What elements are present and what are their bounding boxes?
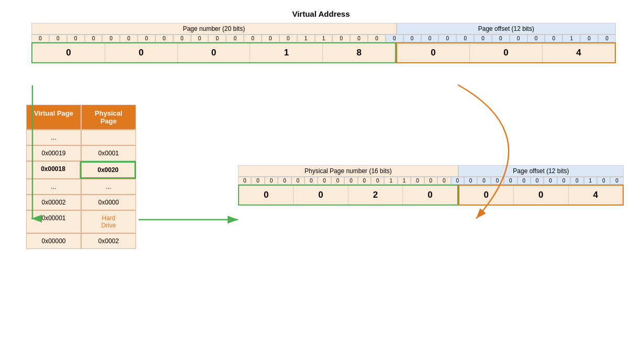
table-row-highlighted: 0x00018 0x0020: [26, 161, 136, 179]
phys-ppo-bit-1: 0: [464, 177, 477, 185]
bit-po-5: 0: [474, 35, 492, 42]
phys-ppo-hex-1: 0: [514, 186, 568, 204]
pt-cell-vp-19: 0x00019: [26, 145, 81, 161]
va-pn-hex-3: 1: [250, 43, 323, 62]
phys-ppo-bit-6: 0: [531, 177, 544, 185]
bit-po-12: 0: [598, 35, 616, 42]
va-hex-row: 0 0 0 1 8 0 0 4: [31, 42, 616, 63]
phys-ppn-hex-group: 0 0 2 0: [238, 185, 458, 206]
phys-ppo-bit-9: 0: [570, 177, 583, 185]
phys-ppn-hex-1: 0: [294, 186, 348, 204]
va-pn-hex-0: 0: [32, 43, 105, 62]
table-row: ... ...: [26, 179, 136, 195]
pt-cell-vp-2: 0x00002: [26, 195, 81, 210]
pt-cell-vp-0: 0x00000: [26, 233, 81, 249]
phys-ppo-bit-7: 0: [544, 177, 557, 185]
bit-pn-10: 0: [208, 35, 226, 42]
bit-pn-9: 0: [191, 35, 209, 42]
bit-po-0: 0: [386, 35, 403, 42]
pt-cell-pp-2: 0x0000: [81, 195, 136, 210]
phys-bits-row: 0 0 0 0 0 0 0 0 0 0 0 1 1 0 0 0 0 0 0 0 …: [238, 177, 624, 185]
bit-pn-17: 0: [332, 35, 350, 42]
phys-ppo-bit-4: 0: [504, 177, 517, 185]
phys-ppn-bit-15: 0: [437, 177, 450, 185]
phys-ppo-bit-8: 0: [557, 177, 570, 185]
physical-address-section: Physical Page number (16 bits) Page offs…: [238, 165, 624, 206]
page-number-label: Page number (20 bits): [31, 23, 397, 35]
phys-ppn-bit-10: 0: [371, 177, 384, 185]
phys-ppn-bit-9: 0: [358, 177, 371, 185]
phys-ppn-bit-1: 0: [251, 177, 264, 185]
bit-pn-19: 0: [368, 35, 386, 42]
phys-ppo-hex-2: 4: [569, 186, 623, 204]
table-row: 0x00019 0x0001: [26, 145, 136, 161]
va-bits-row: 0 0 0 0 0 0 0 0 0 0 0 0 0 0 0 1 1 0 0 0 …: [31, 35, 616, 42]
phys-ppo-bit-0: 0: [451, 177, 464, 185]
phys-ppn-bit-14: 0: [424, 177, 437, 185]
pt-cell-vp-dots2: ...: [26, 179, 81, 195]
bit-pn-7: 0: [155, 35, 173, 42]
phys-ppo-hex-group: 0 0 4: [458, 185, 624, 206]
phys-ppn-bit-0: 0: [238, 177, 251, 185]
bit-pn-5: 0: [120, 35, 138, 42]
phys-ppn-bit-3: 0: [278, 177, 291, 185]
bit-po-8: 0: [527, 35, 545, 42]
bit-pn-15: 1: [297, 35, 315, 42]
phys-ppn-hex-0: 0: [239, 186, 294, 204]
pt-cell-vp-1: 0x00001: [26, 210, 81, 233]
bit-pn-1: 0: [49, 35, 67, 42]
phys-ppo-bit-11: 0: [597, 177, 610, 185]
phys-ppn-bit-6: 0: [318, 177, 331, 185]
bit-pn-12: 0: [244, 35, 262, 42]
bit-pn-14: 0: [279, 35, 297, 42]
phys-ppo-hex-0: 0: [459, 186, 514, 204]
pt-col1-header: Virtual Page: [26, 105, 81, 130]
table-row: 0x00002 0x0000: [26, 195, 136, 210]
pt-cell-pp-dots2: ...: [81, 179, 136, 195]
phys-label-row: Physical Page number (16 bits) Page offs…: [238, 165, 624, 177]
bit-po-3: 0: [438, 35, 456, 42]
bit-pn-18: 0: [350, 35, 368, 42]
bit-pn-8: 0: [173, 35, 191, 42]
ppo-label: Page offset (12 bits): [458, 165, 624, 177]
pt-cell-pp-dots1: [81, 130, 136, 145]
table-row: 0x00001 HardDrive: [26, 210, 136, 233]
phys-ppn-bit-4: 0: [291, 177, 305, 185]
va-po-hex-1: 0: [470, 43, 543, 62]
ppn-label: Physical Page number (16 bits): [238, 165, 458, 177]
bit-pn-0: 0: [31, 35, 49, 42]
phys-ppn-bit-2: 0: [265, 177, 278, 185]
phys-ppn-bit-11: 1: [384, 177, 397, 185]
page-table-header: Virtual Page PhysicalPage: [26, 105, 136, 130]
pt-cell-pp-0: 0x0002: [81, 233, 136, 249]
va-pn-hex-2: 0: [178, 43, 251, 62]
table-row: 0x00000 0x0002: [26, 233, 136, 249]
phys-hex-row: 0 0 2 0 0 0 4: [238, 185, 624, 206]
phys-ppn-bit-7: 0: [331, 177, 344, 185]
bit-pn-16: 1: [315, 35, 333, 42]
pt-col2-header: PhysicalPage: [81, 105, 136, 130]
phys-ppn-bit-13: 0: [411, 177, 424, 185]
bit-po-9: 0: [545, 35, 562, 42]
bit-po-1: 0: [403, 35, 421, 42]
phys-ppn-bit-12: 1: [398, 177, 411, 185]
phys-ppo-bit-5: 0: [517, 177, 531, 185]
table-row: ...: [26, 130, 136, 145]
bit-pn-13: 0: [262, 35, 279, 42]
bit-po-4: 0: [456, 35, 474, 42]
bit-pn-2: 0: [67, 35, 85, 42]
pt-cell-pp-18: 0x0020: [80, 161, 136, 179]
page-offset-label: Page offset (12 bits): [397, 23, 616, 35]
phys-ppo-bit-10: 1: [584, 177, 597, 185]
pt-cell-pp-19: 0x0001: [81, 145, 136, 161]
phys-ppn-bit-5: 0: [305, 177, 318, 185]
bit-po-11: 0: [580, 35, 598, 42]
va-po-hex-0: 0: [397, 43, 470, 62]
va-pn-hex-group: 0 0 0 1 8: [31, 42, 396, 63]
phys-ppn-hex-2: 2: [348, 186, 403, 204]
main-container: Virtual Address Page number (20 bits) Pa…: [0, 0, 642, 364]
bit-po-10: 1: [562, 35, 580, 42]
phys-ppn-bit-8: 0: [344, 177, 357, 185]
va-pn-hex-1: 0: [105, 43, 178, 62]
bit-pn-11: 0: [226, 35, 244, 42]
